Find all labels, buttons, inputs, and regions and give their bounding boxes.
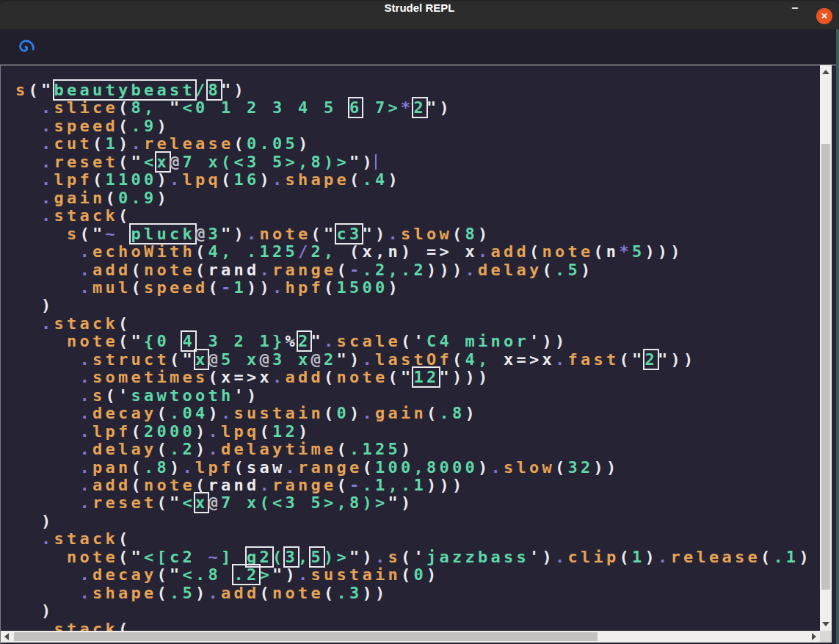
- code-token: (": [170, 350, 195, 369]
- code-token: .: [170, 170, 183, 189]
- code-token: [15, 153, 41, 171]
- code-token: fast: [567, 350, 619, 369]
- code-token: .4: [362, 170, 388, 189]
- code-token: ): [170, 458, 183, 477]
- code-token: .: [285, 458, 298, 477]
- code-line: s("beautybeast/8"): [15, 82, 821, 99]
- code-token: ): [15, 512, 54, 530]
- code-token: ": [310, 332, 324, 350]
- code-token: ): [156, 170, 170, 189]
- code-token: ,: [324, 242, 349, 261]
- code-token: (: [92, 170, 106, 189]
- code-line: .stack(: [15, 530, 821, 548]
- code-token: s: [388, 548, 401, 566]
- code-token: (: [401, 565, 414, 584]
- code-token: (": [118, 548, 144, 566]
- code-token: range: [272, 476, 336, 494]
- code-token: ,: [298, 548, 311, 566]
- code-token: 1: [233, 278, 247, 297]
- close-button[interactable]: ✕: [816, 8, 832, 24]
- code-token: 16: [233, 170, 259, 189]
- code-editor[interactable]: s("beautybeast/8") .slice(8, "<0 1 2 3 4…: [1, 65, 821, 631]
- code-token: .: [79, 476, 92, 494]
- code-token: )): [247, 278, 272, 297]
- horizontal-scrollbar[interactable]: [1, 631, 820, 643]
- code-line: .struct("x@5 x@3 x@2").lastOf(4, x=>x.fa…: [15, 351, 821, 369]
- code-token: pan: [92, 458, 131, 477]
- strudel-spiral-logo[interactable]: [15, 37, 36, 57]
- code-token: release: [670, 548, 760, 566]
- code-token: lpf: [92, 422, 131, 441]
- code-token: '): [529, 548, 555, 566]
- code-token: note: [272, 584, 324, 602]
- code-token: delay: [478, 261, 542, 279]
- code-token: 5: [632, 242, 645, 261]
- code-token: ): [581, 261, 594, 279]
- code-token: .: [555, 350, 568, 369]
- code-token: .: [182, 458, 195, 477]
- code-token: [15, 117, 41, 135]
- code-token: (: [156, 404, 170, 422]
- code-token: [15, 332, 67, 350]
- code-token: (: [118, 314, 131, 333]
- window-title: Strudel REPL: [0, 1, 839, 31]
- code-token: reset: [54, 153, 118, 171]
- code-token: "): [221, 225, 247, 243]
- code-token: (": [29, 81, 54, 99]
- scroll-up-icon[interactable]: [822, 70, 829, 74]
- code-token: (": [156, 565, 182, 584]
- horizontal-scroll-thumb[interactable]: [14, 632, 598, 641]
- code-token: ): [388, 278, 401, 297]
- code-token: [15, 261, 79, 279]
- code-token: delay: [92, 440, 156, 458]
- active-event-token: g2: [247, 548, 272, 566]
- code-token: .: [79, 242, 92, 261]
- code-token: [15, 565, 79, 584]
- code-token: ')): [529, 332, 568, 350]
- vertical-scroll-thumb[interactable]: [821, 144, 830, 590]
- vertical-scrollbar[interactable]: [820, 65, 832, 631]
- code-token: (: [156, 584, 170, 602]
- window-titlebar[interactable]: Strudel REPL – ✕: [0, 0, 839, 31]
- code-token: (: [118, 117, 131, 135]
- code-token: <: [144, 153, 157, 171]
- code-token: ): [156, 117, 170, 135]
- scroll-down-icon[interactable]: [822, 622, 829, 626]
- code-token: .: [658, 548, 671, 566]
- code-token: [15, 440, 79, 458]
- code-token: x=>x: [504, 350, 555, 369]
- code-token: slow: [504, 458, 555, 477]
- code-token: .: [41, 529, 54, 548]
- code-token: (: [233, 134, 247, 153]
- code-token: rand: [208, 476, 259, 494]
- code-token: (x=>x: [208, 368, 272, 386]
- code-token: note: [67, 548, 118, 566]
- minimize-button[interactable]: –: [786, 1, 804, 31]
- editor-panel: s("beautybeast/8") .slice(8, "<0 1 2 3 4…: [0, 65, 836, 644]
- code-token: [15, 278, 79, 297]
- scroll-right-icon[interactable]: [812, 633, 816, 640]
- code-token: (: [324, 278, 337, 297]
- code-line: .decay("<.8 .2>").sustain(0): [15, 566, 821, 584]
- code-token: .: [259, 261, 272, 279]
- code-token: 0: [413, 565, 426, 584]
- code-token: (: [349, 170, 363, 189]
- code-token: (: [426, 404, 440, 422]
- code-token: [15, 422, 79, 441]
- code-token: @: [208, 350, 221, 369]
- code-token: 4: [465, 350, 478, 369]
- code-token: "): [362, 225, 388, 243]
- code-token: [15, 98, 41, 117]
- code-token: ,: [478, 350, 504, 369]
- code-token: "): [336, 350, 362, 369]
- code-line: .reset("<x@7 x(<3 5>,8)>"): [15, 153, 821, 171]
- code-token: (': [401, 548, 426, 566]
- code-token: note: [336, 368, 388, 386]
- code-token: 0.9: [118, 189, 157, 207]
- code-token: note: [542, 242, 593, 261]
- code-token: ~: [105, 225, 118, 243]
- code-token: .: [79, 350, 92, 369]
- scroll-left-icon[interactable]: [4, 633, 9, 640]
- code-token: ): [644, 548, 658, 566]
- active-event-token: 6: [349, 98, 363, 117]
